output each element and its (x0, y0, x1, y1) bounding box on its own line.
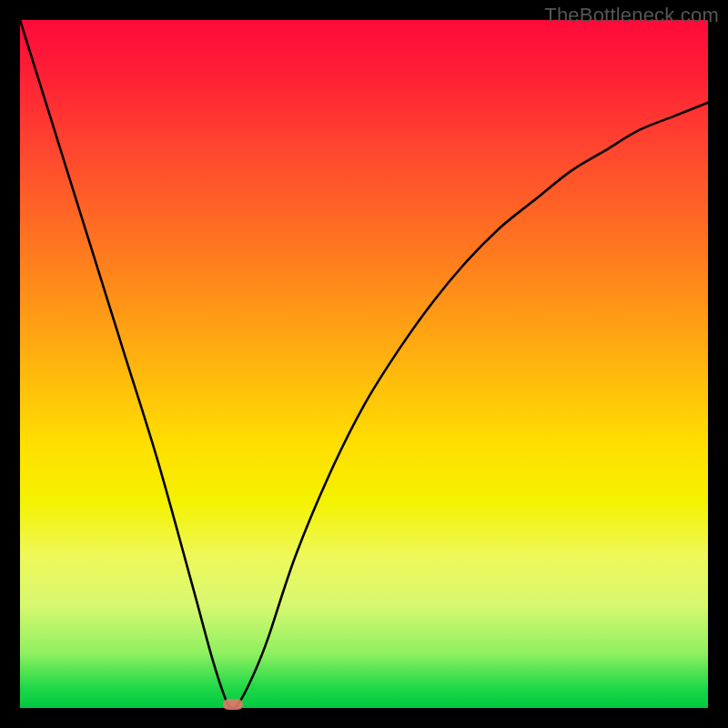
bottleneck-curve-svg (20, 20, 708, 708)
chart-frame (20, 20, 708, 708)
minimum-marker (223, 699, 243, 710)
bottleneck-curve-path (20, 20, 708, 708)
watermark-text: TheBottleneck.com (544, 4, 719, 27)
